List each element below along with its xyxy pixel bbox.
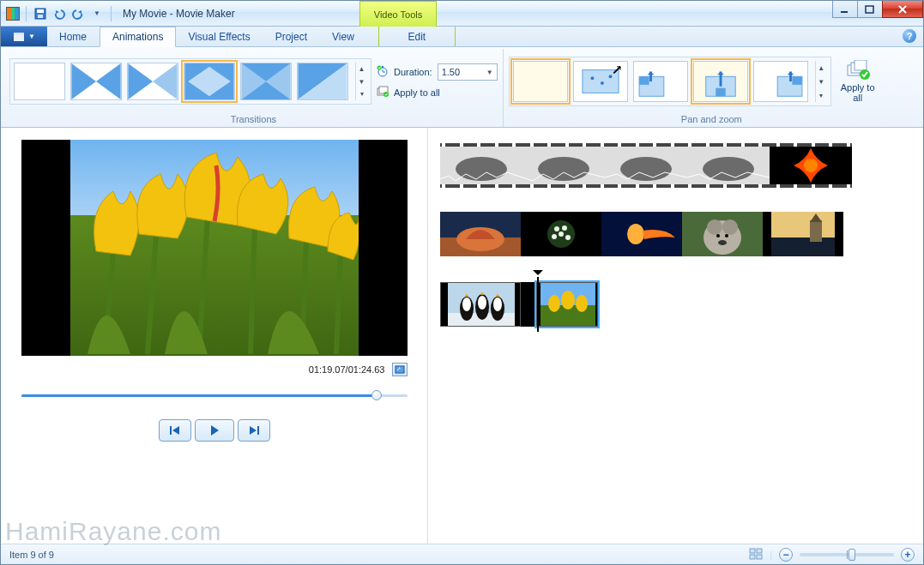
panzoom-auto[interactable] [573, 61, 628, 102]
panzoom-gallery[interactable]: ▲ ▼ ▾ [509, 57, 831, 106]
minimize-button[interactable] [832, 1, 858, 18]
titlebar: ▼ My Movie - Movie Maker Video Tools [1, 1, 923, 27]
gallery-expand[interactable]: ▾ [356, 87, 367, 100]
clip[interactable] [770, 147, 852, 184]
fullscreen-button[interactable] [392, 363, 408, 376]
preview-pane: 01:19.07/01:24.63 [1, 128, 428, 544]
svg-point-59 [804, 159, 818, 172]
transitions-apply-all[interactable]: Apply to all [377, 86, 498, 99]
panzoom-up-center[interactable] [693, 61, 748, 102]
svg-rect-33 [792, 76, 802, 85]
preview-image [70, 140, 359, 356]
seek-slider[interactable] [21, 387, 408, 404]
tab-home[interactable]: Home [47, 27, 100, 46]
svg-point-91 [478, 296, 486, 310]
panzoom-up-right[interactable] [753, 61, 808, 102]
transition-crossfade[interactable] [70, 63, 122, 100]
clip[interactable] [687, 147, 770, 184]
svg-point-71 [627, 224, 644, 244]
timeline-row-1[interactable] [440, 143, 852, 188]
quick-access-toolbar: ▼ [6, 6, 114, 21]
gallery-scroll-up[interactable]: ▲ [356, 63, 367, 75]
qat-customize[interactable]: ▼ [89, 6, 105, 21]
svg-point-55 [620, 157, 672, 181]
svg-marker-8 [96, 63, 121, 99]
svg-rect-44 [396, 366, 404, 373]
app-icon [6, 7, 20, 21]
svg-rect-19 [382, 66, 383, 68]
zoom-out-button[interactable]: − [779, 548, 793, 562]
play-button[interactable] [195, 419, 234, 442]
svg-rect-101 [750, 555, 755, 559]
workspace: 01:19.07/01:24.63 [1, 128, 923, 544]
clip[interactable] [605, 147, 687, 184]
duration-icon [377, 65, 389, 79]
tab-project[interactable]: Project [263, 27, 320, 46]
svg-line-43 [336, 251, 341, 354]
svg-marker-48 [250, 426, 257, 435]
duration-label: Duration: [394, 67, 432, 77]
duration-input[interactable]: 1.50 ▼ [438, 63, 498, 81]
ribbon: ▲ ▼ ▾ Duration: 1.50 ▼ [1, 47, 923, 128]
svg-marker-10 [153, 63, 178, 99]
svg-point-92 [493, 298, 502, 311]
redo-button[interactable] [70, 6, 86, 21]
maximize-button[interactable] [857, 1, 883, 18]
transitions-gallery[interactable]: ▲ ▼ ▾ [9, 58, 371, 105]
svg-line-41 [251, 225, 255, 354]
svg-point-23 [383, 92, 389, 97]
transition-bowtie[interactable] [127, 63, 178, 100]
panzoom-apply-all[interactable]: Apply to all [836, 60, 879, 103]
svg-marker-9 [128, 63, 153, 99]
tab-visual-effects[interactable]: Visual Effects [176, 27, 263, 46]
preview-frame [21, 140, 408, 356]
tab-view[interactable]: View [320, 27, 367, 46]
clip-selected[interactable] [536, 282, 598, 327]
svg-rect-4 [866, 6, 873, 13]
zoom-thumb[interactable] [849, 549, 855, 561]
gallery-scroll-up[interactable]: ▲ [816, 61, 827, 75]
clip[interactable] [440, 282, 521, 327]
clip-gap [521, 282, 536, 327]
playhead[interactable] [537, 277, 539, 332]
panzoom-up-left[interactable] [633, 61, 688, 102]
help-button[interactable]: ? [903, 29, 916, 43]
transition-diamond[interactable] [184, 63, 235, 100]
tab-edit[interactable]: Edit [378, 27, 456, 46]
save-button[interactable] [33, 6, 48, 21]
clip[interactable] [440, 212, 521, 256]
svg-point-20 [377, 66, 382, 70]
file-menu[interactable]: ▼ [1, 27, 47, 46]
clip[interactable] [440, 147, 522, 184]
clip[interactable] [601, 212, 682, 256]
transition-diagonal[interactable] [297, 63, 348, 100]
seek-thumb[interactable] [371, 390, 382, 400]
clip[interactable] [682, 212, 763, 256]
zoom-in-button[interactable]: + [901, 548, 915, 562]
undo-button[interactable] [51, 6, 67, 21]
clip[interactable] [522, 147, 605, 184]
clip[interactable] [521, 212, 601, 256]
transition-x[interactable] [240, 63, 292, 100]
next-frame-button[interactable] [238, 419, 270, 442]
tab-animations[interactable]: Animations [100, 27, 176, 47]
timeline-row-2[interactable] [440, 212, 843, 256]
prev-frame-button[interactable] [159, 419, 191, 442]
svg-point-51 [456, 157, 507, 181]
thumbnails-view-button[interactable] [749, 548, 763, 562]
gallery-expand[interactable]: ▾ [816, 88, 827, 102]
transition-none[interactable] [14, 63, 65, 100]
svg-point-65 [559, 231, 564, 237]
panzoom-none[interactable] [513, 61, 568, 102]
gallery-scroll-down[interactable]: ▼ [816, 75, 827, 88]
svg-point-75 [722, 219, 738, 235]
close-button[interactable] [882, 1, 923, 18]
timeline-pane[interactable] [428, 128, 923, 544]
timeline-row-3[interactable] [440, 280, 612, 328]
zoom-slider[interactable] [800, 553, 894, 556]
clip[interactable] [763, 212, 843, 256]
ribbon-tabs: ▼ Home Animations Visual Effects Project… [1, 27, 923, 47]
svg-rect-36 [855, 60, 867, 70]
gallery-scroll-down[interactable]: ▼ [356, 75, 367, 88]
apply-all-label: Apply to all [836, 82, 879, 103]
